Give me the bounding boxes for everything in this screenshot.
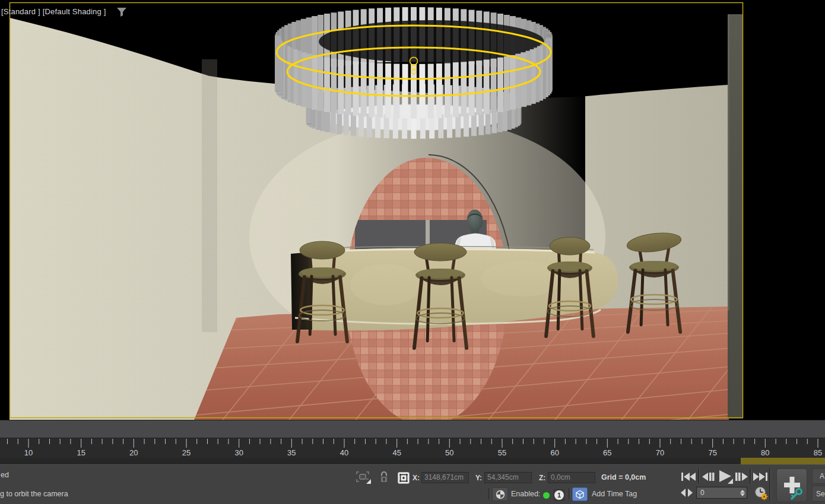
- scene-wall-edge: [728, 14, 743, 419]
- viewport-label-standard[interactable]: [Standard ]: [1, 7, 40, 16]
- svg-text:15: 15: [77, 448, 85, 457]
- current-frame-spinner[interactable]: 0: [696, 487, 747, 499]
- svg-text:60: 60: [550, 448, 559, 457]
- count-badge-value: 1: [554, 490, 564, 500]
- svg-text:25: 25: [182, 448, 191, 457]
- set-key-label: Se: [816, 490, 825, 498]
- absolute-mode-icon[interactable]: [398, 472, 410, 484]
- svg-text:75: 75: [708, 448, 716, 457]
- status-message-line1: ed: [1, 471, 9, 479]
- x-coordinate-field[interactable]: 3148,671cm: [421, 472, 469, 483]
- svg-text:30: 30: [234, 448, 243, 457]
- frame-spinner-arrows[interactable]: [738, 487, 747, 498]
- prompt-line: g to orbit the camera: [0, 490, 68, 498]
- current-frame-value[interactable]: 0: [697, 489, 738, 497]
- previous-frame-button[interactable]: [701, 470, 715, 484]
- separator: [569, 488, 570, 499]
- enabled-shield-icon: [496, 490, 505, 499]
- set-keys-button[interactable]: [776, 468, 807, 502]
- add-time-tag-label[interactable]: Add Time Tag: [592, 490, 637, 498]
- time-configuration-button[interactable]: [754, 486, 769, 500]
- set-key-button[interactable]: Se: [812, 486, 825, 502]
- funnel-icon[interactable]: [116, 7, 127, 18]
- separator: [488, 488, 490, 499]
- separator: [698, 469, 700, 483]
- timeline-range-strip: [741, 458, 825, 464]
- selection-lock-icon[interactable]: [379, 471, 389, 484]
- x-coordinate-label: X:: [412, 474, 420, 482]
- auto-key-label: A: [820, 472, 824, 480]
- svg-text:65: 65: [603, 448, 611, 457]
- isolate-selection-icon[interactable]: [356, 471, 372, 484]
- enabled-label: Enabled:: [511, 490, 540, 498]
- status-bar: ed g to orbit the camera X: 3148,671cm Y…: [0, 464, 825, 504]
- y-coordinate-field[interactable]: 54,345cm: [484, 472, 532, 483]
- svg-text:35: 35: [287, 448, 296, 457]
- timeline-ruler[interactable]: 10152025303540455055606570758085: [0, 438, 825, 458]
- y-coordinate-label: Y:: [475, 474, 482, 482]
- time-tag-cube-button[interactable]: [572, 487, 588, 501]
- spin-up-icon[interactable]: [740, 490, 745, 493]
- z-coordinate-field[interactable]: 0,0cm: [548, 472, 595, 483]
- key-mode-toggle-button[interactable]: [680, 488, 694, 497]
- separator: [750, 469, 751, 483]
- time-slider-band[interactable]: [0, 420, 825, 438]
- svg-text:40: 40: [340, 448, 348, 457]
- svg-text:50: 50: [445, 448, 453, 457]
- svg-text:80: 80: [761, 448, 769, 457]
- svg-text:70: 70: [656, 448, 664, 457]
- spin-down-icon[interactable]: [740, 493, 745, 496]
- play-button[interactable]: [716, 468, 735, 485]
- track-bar[interactable]: [0, 458, 825, 464]
- count-badge[interactable]: 1: [553, 489, 565, 501]
- next-frame-button[interactable]: [735, 470, 749, 484]
- auto-key-button[interactable]: A: [812, 468, 825, 484]
- svg-text:55: 55: [498, 448, 506, 457]
- svg-text:85: 85: [814, 448, 822, 457]
- cube-icon: [575, 490, 585, 499]
- svg-text:20: 20: [129, 448, 138, 457]
- application-window: [Standard ] [Default Shading ] 101520253…: [0, 0, 825, 504]
- go-to-start-button[interactable]: [680, 470, 697, 484]
- viewport-label: [Standard ] [Default Shading ]: [1, 7, 106, 16]
- enabled-shield-button[interactable]: [492, 487, 508, 501]
- scene-chandelier: [275, 7, 553, 139]
- grid-size-readout: Grid = 0,0cm: [601, 473, 646, 481]
- z-coordinate-label: Z:: [539, 474, 545, 482]
- viewport-label-shading[interactable]: [Default Shading ]: [43, 7, 106, 16]
- viewport-canvas[interactable]: [0, 0, 825, 420]
- go-to-end-button[interactable]: [752, 470, 769, 484]
- svg-text:10: 10: [24, 448, 33, 457]
- enabled-status-dot: [543, 492, 550, 499]
- svg-text:45: 45: [392, 448, 401, 457]
- separator: [769, 468, 771, 501]
